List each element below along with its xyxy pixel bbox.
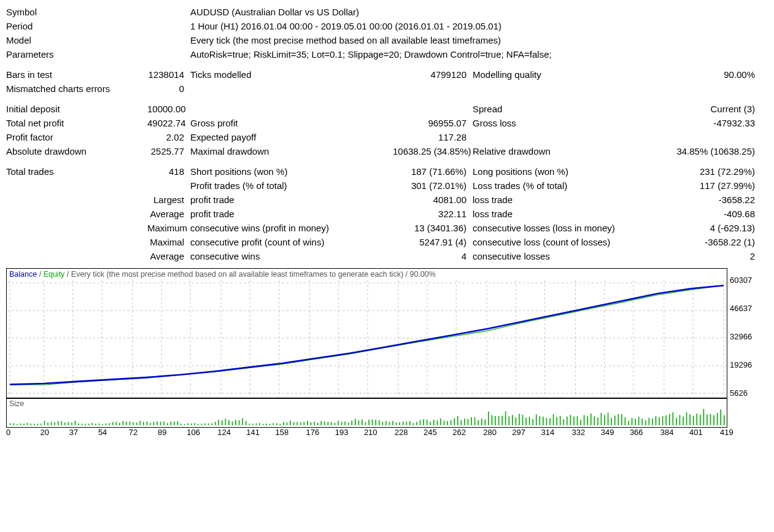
svg-rect-76 bbox=[167, 423, 168, 425]
svg-rect-186 bbox=[543, 417, 544, 425]
symbol-label: Symbol bbox=[6, 5, 190, 19]
symbol-value: AUDUSD (Australian Dollar vs US Dollar) bbox=[190, 5, 359, 19]
svg-rect-149 bbox=[416, 422, 417, 425]
spread-label: Spread bbox=[473, 102, 663, 116]
model-value: Every tick (the most precise method base… bbox=[190, 33, 501, 47]
svg-rect-59 bbox=[109, 423, 110, 425]
svg-rect-64 bbox=[126, 422, 127, 425]
x-tick: 384 bbox=[660, 428, 674, 437]
svg-rect-192 bbox=[563, 419, 564, 425]
svg-rect-197 bbox=[580, 420, 581, 425]
svg-rect-158 bbox=[447, 421, 448, 425]
svg-rect-234 bbox=[706, 415, 708, 425]
svg-rect-153 bbox=[430, 422, 431, 425]
row-symbol: Symbol AUDUSD (Australian Dollar vs US D… bbox=[6, 5, 768, 19]
svg-rect-213 bbox=[635, 418, 636, 425]
equity-chart: Balance / Equity / Every tick (the most … bbox=[6, 268, 727, 398]
maximal-consecutive-profit-value: 5247.91 (4) bbox=[393, 235, 473, 249]
svg-rect-221 bbox=[662, 416, 664, 425]
profit-trades-value: 301 (72.01%) bbox=[393, 179, 473, 193]
total-net-profit-label: Total net profit bbox=[6, 116, 147, 130]
average-consecutive-losses-value: 2 bbox=[663, 249, 761, 263]
svg-rect-239 bbox=[724, 415, 725, 425]
svg-rect-52 bbox=[85, 424, 86, 425]
svg-rect-224 bbox=[673, 412, 674, 425]
svg-rect-210 bbox=[625, 417, 626, 425]
svg-rect-38 bbox=[37, 423, 39, 425]
stats-grid-2: Initial deposit 10000.00 Spread Current … bbox=[6, 102, 768, 158]
parameters-label: Parameters bbox=[6, 47, 190, 61]
svg-rect-109 bbox=[280, 424, 281, 425]
svg-rect-30 bbox=[10, 423, 11, 425]
average-loss-trade-label: loss trade bbox=[473, 207, 663, 221]
svg-rect-84 bbox=[194, 423, 195, 425]
svg-rect-212 bbox=[632, 418, 633, 425]
svg-rect-42 bbox=[51, 422, 52, 425]
svg-rect-71 bbox=[150, 423, 151, 425]
expected-payoff-label: Expected payoff bbox=[190, 130, 393, 144]
short-positions-value: 187 (71.66%) bbox=[393, 164, 473, 179]
svg-rect-173 bbox=[498, 416, 500, 425]
svg-rect-227 bbox=[683, 417, 684, 425]
svg-rect-154 bbox=[433, 420, 435, 425]
svg-rect-199 bbox=[587, 416, 588, 425]
x-tick: 419 bbox=[720, 428, 733, 437]
maximal-drawdown-label: Maximal drawdown bbox=[190, 144, 393, 158]
svg-rect-231 bbox=[696, 414, 697, 425]
average-label: Average bbox=[147, 207, 190, 221]
svg-rect-102 bbox=[256, 423, 257, 425]
svg-rect-44 bbox=[58, 422, 59, 425]
svg-rect-146 bbox=[406, 422, 407, 425]
relative-drawdown-value: 34.85% (10638.25) bbox=[663, 144, 761, 158]
svg-rect-49 bbox=[75, 421, 76, 425]
svg-rect-165 bbox=[471, 417, 472, 425]
svg-rect-32 bbox=[17, 424, 18, 425]
svg-rect-36 bbox=[30, 423, 31, 425]
svg-rect-107 bbox=[273, 423, 274, 425]
x-tick: 262 bbox=[452, 428, 466, 437]
largest-loss-trade-label: loss trade bbox=[473, 193, 663, 207]
svg-rect-235 bbox=[710, 414, 711, 425]
x-tick: 0 bbox=[6, 428, 10, 437]
svg-rect-162 bbox=[461, 420, 462, 425]
svg-rect-88 bbox=[208, 423, 209, 425]
svg-rect-202 bbox=[597, 418, 598, 425]
svg-rect-115 bbox=[300, 422, 301, 425]
svg-rect-57 bbox=[102, 424, 103, 425]
svg-rect-121 bbox=[320, 421, 322, 425]
svg-rect-72 bbox=[153, 422, 155, 425]
svg-rect-190 bbox=[556, 417, 557, 425]
average-consecutive-wins-label: consecutive wins bbox=[190, 249, 393, 263]
x-tick: 72 bbox=[129, 428, 137, 437]
svg-rect-207 bbox=[614, 415, 616, 425]
svg-rect-228 bbox=[686, 412, 687, 425]
profit-factor-label: Profit factor bbox=[6, 130, 147, 144]
svg-rect-129 bbox=[348, 423, 349, 425]
total-trades-value: 418 bbox=[147, 164, 190, 179]
svg-rect-206 bbox=[611, 418, 612, 425]
svg-rect-203 bbox=[601, 413, 602, 425]
svg-rect-155 bbox=[437, 420, 438, 425]
svg-rect-225 bbox=[676, 418, 677, 425]
x-tick: 245 bbox=[424, 428, 437, 437]
svg-rect-75 bbox=[163, 422, 164, 425]
x-tick: 210 bbox=[364, 428, 377, 437]
total-net-profit-value: 49022.74 bbox=[147, 116, 190, 130]
spread-value: Current (3) bbox=[663, 102, 761, 116]
svg-rect-144 bbox=[399, 422, 400, 425]
svg-rect-191 bbox=[560, 416, 561, 425]
absolute-drawdown-label: Absolute drawdown bbox=[6, 144, 147, 158]
loss-trades-label: Loss trades (% of total) bbox=[473, 179, 663, 193]
svg-rect-85 bbox=[198, 424, 199, 425]
svg-rect-80 bbox=[180, 423, 182, 425]
svg-rect-73 bbox=[157, 421, 158, 425]
svg-rect-118 bbox=[311, 422, 312, 425]
period-value: 1 Hour (H1) 2016.01.04 00:00 - 2019.05.0… bbox=[190, 19, 501, 33]
svg-rect-130 bbox=[351, 420, 352, 425]
svg-rect-161 bbox=[457, 416, 459, 425]
profit-trades-label: Profit trades (% of total) bbox=[190, 179, 393, 193]
svg-rect-103 bbox=[259, 423, 260, 425]
initial-deposit-value: 10000.00 bbox=[147, 102, 190, 116]
svg-rect-145 bbox=[403, 422, 404, 425]
gross-profit-label: Gross profit bbox=[190, 116, 393, 130]
